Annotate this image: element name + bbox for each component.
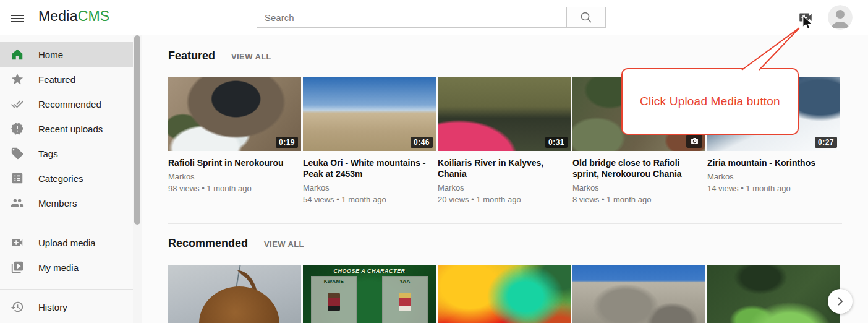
- sidebar-group: Upload mediaMy media: [0, 225, 133, 280]
- sidebar-group: History: [0, 289, 133, 319]
- callout-text: Click Upload Media button: [640, 95, 780, 108]
- hamburger-menu-icon[interactable]: [9, 11, 26, 25]
- media-card[interactable]: [168, 265, 301, 323]
- view-all-link[interactable]: VIEW ALL: [231, 52, 271, 61]
- media-card[interactable]: 0:19Rafioli Sprint in NerokourouMarkos98…: [168, 77, 301, 213]
- my-media-icon: [10, 260, 25, 275]
- camera-icon: [691, 137, 699, 145]
- duration-badge: 0:19: [276, 137, 298, 148]
- media-thumbnail-fountain[interactable]: 0:19: [168, 77, 301, 151]
- sidebar-item-tags[interactable]: Tags: [0, 141, 133, 166]
- game-heading: CHOOSE A CHARACTER: [303, 268, 436, 274]
- sidebar-item-label: Recent uploads: [38, 124, 103, 134]
- game-character-sprite: [328, 293, 340, 311]
- categories-icon: [10, 171, 25, 186]
- media-card[interactable]: [438, 265, 571, 323]
- sidebar-item-label: Featured: [38, 74, 75, 85]
- media-card[interactable]: 0:31Koiliaris River in Kalyves, ChaniaMa…: [438, 77, 571, 213]
- star-icon: [10, 72, 25, 87]
- sidebar-item-history[interactable]: History: [0, 295, 133, 319]
- media-thumbnail-game[interactable]: CHOOSE A CHARACTERKWAMEYAASelectedSelect: [303, 265, 436, 323]
- sidebar-item-label: My media: [38, 262, 79, 273]
- logo-media-text: Media: [38, 8, 78, 24]
- user-avatar[interactable]: [828, 5, 853, 30]
- section-header: FeaturedVIEW ALL: [168, 50, 868, 63]
- duration-badge: 0:46: [411, 137, 433, 148]
- sidebar: HomeFeaturedRecommendedRecent uploadsTag…: [0, 35, 133, 323]
- game-character-panel: YAA: [382, 276, 428, 323]
- section-title: Recommended: [168, 237, 248, 250]
- sidebar-item-recommended[interactable]: Recommended: [0, 92, 133, 116]
- media-thumbnail-leaves[interactable]: [707, 265, 840, 323]
- media-title[interactable]: Koiliaris River in Kalyves, Chania: [438, 157, 568, 179]
- upload-media-icon: [10, 235, 25, 250]
- media-thumbnail-leuka[interactable]: 0:46: [303, 77, 436, 151]
- media-views-date: 14 views • 1 month ago: [707, 184, 840, 193]
- search-button[interactable]: [566, 7, 606, 28]
- media-thumbnail-rocky[interactable]: [572, 265, 705, 323]
- sidebar-item-my-media[interactable]: My media: [0, 255, 133, 280]
- chevron-right-icon: [835, 296, 846, 307]
- section-header: RecommendedVIEW ALL: [168, 237, 868, 251]
- media-card-text: Ziria mountain - KorinthosMarkos14 views…: [707, 157, 840, 213]
- sidebar-item-label: History: [38, 302, 67, 312]
- media-card[interactable]: [707, 265, 840, 323]
- avatar-person-icon: [828, 5, 853, 30]
- sidebar-item-label: Upload media: [38, 238, 96, 248]
- sidebar-item-label: Recommended: [38, 99, 101, 110]
- view-all-link[interactable]: VIEW ALL: [264, 239, 304, 249]
- pumpkin-body: [199, 286, 279, 323]
- media-views-date: 8 views • 1 month ago: [572, 195, 705, 204]
- new-releases-icon: [10, 121, 25, 136]
- sidebar-item-featured[interactable]: Featured: [0, 67, 133, 92]
- media-title[interactable]: Rafioli Sprint in Nerokourou: [168, 157, 298, 168]
- game-character-name: YAA: [383, 278, 427, 284]
- media-author[interactable]: Markos: [572, 183, 705, 192]
- search-icon: [579, 11, 593, 24]
- media-card-text: Leuka Ori - White mountains - Peak at 24…: [303, 157, 436, 213]
- double-check-icon: [10, 97, 25, 111]
- carousel-next-button[interactable]: [828, 289, 853, 314]
- media-thumbnail-pumpkin[interactable]: [168, 265, 301, 323]
- media-views-date: 20 views • 1 month ago: [438, 195, 571, 204]
- sidebar-item-members[interactable]: Members: [0, 191, 133, 215]
- duration-badge: 0:27: [815, 137, 837, 148]
- media-title[interactable]: Ziria mountain - Korinthos: [707, 157, 837, 168]
- media-author[interactable]: Markos: [438, 183, 571, 192]
- search-input[interactable]: [257, 7, 567, 28]
- image-type-badge: [686, 134, 702, 148]
- sidebar-item-recent-uploads[interactable]: Recent uploads: [0, 116, 133, 141]
- media-author[interactable]: Markos: [303, 183, 436, 192]
- sidebar-item-home[interactable]: Home: [0, 42, 133, 67]
- sidebar-scrollbar[interactable]: [133, 35, 142, 323]
- sidebar-item-label: Categories: [38, 173, 83, 184]
- section-title: Featured: [168, 50, 215, 62]
- sidebar-item-upload-media[interactable]: Upload media: [0, 230, 133, 255]
- sidebar-item-categories[interactable]: Categories: [0, 166, 133, 191]
- game-character-panel: KWAME: [311, 276, 357, 323]
- media-card[interactable]: CHOOSE A CHARACTERKWAMEYAASelectedSelect: [303, 265, 436, 323]
- media-title[interactable]: Leuka Ori - White mountains - Peak at 24…: [303, 157, 433, 179]
- media-card-row: CHOOSE A CHARACTERKWAMEYAASelectedSelect: [168, 265, 868, 323]
- media-thumbnail-abstract[interactable]: [438, 265, 571, 323]
- media-card[interactable]: [572, 265, 705, 323]
- media-thumbnail-kayak[interactable]: 0:31: [438, 77, 571, 151]
- game-character-name: KWAME: [312, 278, 356, 284]
- home-icon: [10, 47, 25, 62]
- logo[interactable]: MediaCMS: [38, 8, 109, 25]
- media-card-text: Rafioli Sprint in NerokourouMarkos98 vie…: [168, 157, 301, 213]
- section-divider: [168, 223, 842, 224]
- media-card[interactable]: 0:46Leuka Ori - White mountains - Peak a…: [303, 77, 436, 213]
- media-views-date: 98 views • 1 month ago: [168, 184, 301, 193]
- logo-cms-text: CMS: [78, 8, 110, 24]
- upload-media-icon: [798, 9, 814, 25]
- media-title[interactable]: Old bridge close to Rafioli sprint, Nero…: [572, 157, 702, 179]
- media-author[interactable]: Markos: [707, 172, 840, 181]
- sidebar-scrollbar-thumb[interactable]: [134, 35, 140, 225]
- members-icon: [10, 196, 25, 210]
- sidebar-item-label: Home: [38, 50, 63, 60]
- game-character-sprite: [399, 293, 411, 311]
- upload-media-button[interactable]: [797, 9, 814, 27]
- media-author[interactable]: Markos: [168, 172, 301, 181]
- media-views-date: 54 views • 1 month ago: [303, 195, 436, 204]
